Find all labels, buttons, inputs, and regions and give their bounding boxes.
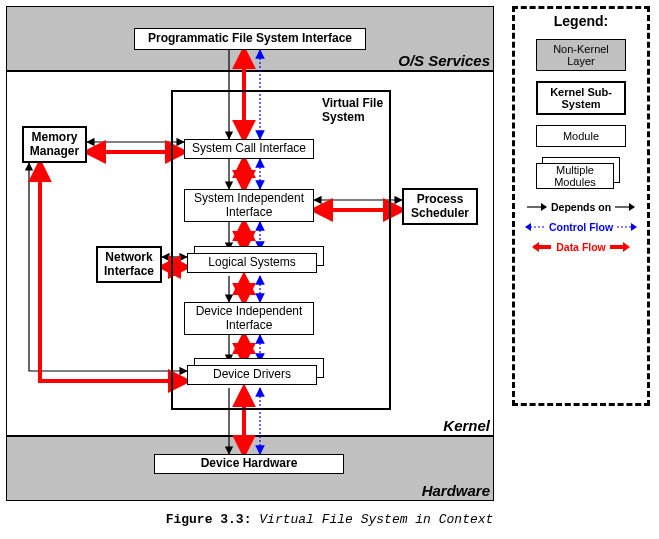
module-process-scheduler: Process Scheduler (402, 188, 478, 225)
legend-depends-on: Depends on (519, 201, 643, 213)
module-device-independent-interface: Device Independent Interface (184, 302, 314, 335)
module-device-drivers: Device Drivers (187, 365, 317, 385)
figure-caption: Figure 3.3: Virtual File System in Conte… (4, 512, 655, 527)
legend-kernel-subsystem: Kernel Sub-System (536, 81, 626, 115)
module-system-independent-interface: System Independent Interface (184, 189, 314, 222)
kernel-label: Kernel (304, 417, 490, 434)
diagram-stage: O/S Services Kernel Hardware (4, 4, 655, 535)
module-system-call-interface: System Call Interface (184, 139, 314, 159)
legend-control-flow: Control Flow (519, 221, 643, 233)
legend-module: Module (536, 125, 626, 147)
hardware-label: Hardware (304, 482, 490, 499)
module-device-hardware: Device Hardware (154, 454, 344, 474)
module-pfs: Programmatic File System Interface (134, 28, 366, 50)
os-services-label: O/S Services (304, 52, 490, 69)
virtual-file-system-label: Virtual File System (322, 96, 392, 124)
module-logical-systems: Logical Systems (187, 253, 317, 273)
module-network-interface: Network Interface (96, 246, 162, 283)
legend-non-kernel: Non-Kernel Layer (536, 39, 626, 71)
legend-data-flow: Data Flow (519, 241, 643, 253)
legend-box: Legend: Non-Kernel Layer Kernel Sub-Syst… (512, 6, 650, 406)
legend-title: Legend: (515, 13, 647, 29)
legend-multiple-modules: Multiple Modules (536, 157, 626, 191)
module-memory-manager: Memory Manager (22, 126, 87, 163)
